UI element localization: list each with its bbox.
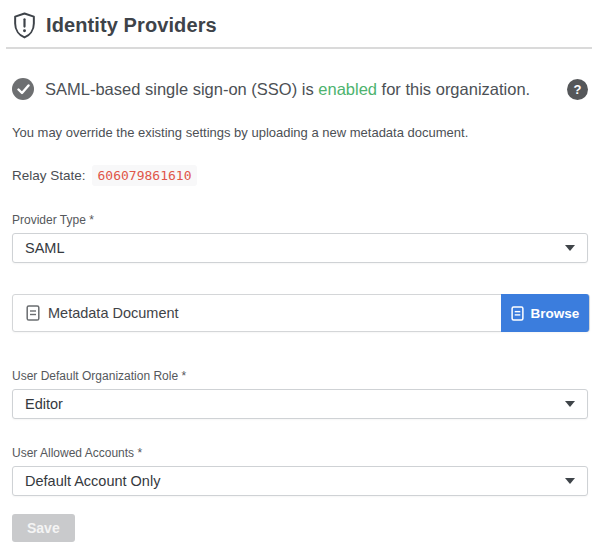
status-enabled-highlight: enabled (318, 80, 377, 98)
allowed-accounts-select[interactable]: Default Account Only (12, 466, 588, 496)
chevron-down-icon (565, 401, 575, 407)
document-icon (511, 306, 524, 321)
default-org-role-value: Editor (25, 396, 63, 412)
default-org-role-label: User Default Organization Role * (12, 369, 588, 383)
browse-button-label: Browse (531, 306, 580, 321)
chevron-down-icon (565, 245, 575, 251)
relay-state-value: 606079861610 (92, 165, 198, 186)
default-org-role-select[interactable]: Editor (12, 389, 588, 419)
shield-exclamation-icon (12, 12, 37, 39)
provider-type-label: Provider Type * (12, 213, 588, 227)
provider-type-value: SAML (25, 240, 65, 256)
metadata-document-file-input[interactable]: Metadata Document Browse (12, 294, 590, 332)
page-header: Identity Providers (12, 10, 588, 39)
status-text-after: for this organization. (377, 80, 530, 98)
browse-button[interactable]: Browse (501, 294, 589, 332)
metadata-document-placeholder: Metadata Document (48, 305, 179, 321)
allowed-accounts-value: Default Account Only (25, 473, 160, 489)
status-text-before: SAML-based single sign-on (SSO) is (45, 80, 318, 98)
sso-status-text: SAML-based single sign-on (SSO) is enabl… (45, 80, 530, 99)
header-divider (6, 47, 592, 49)
sso-status-row: SAML-based single sign-on (SSO) is enabl… (12, 78, 588, 100)
provider-type-select[interactable]: SAML (12, 233, 588, 263)
help-icon[interactable]: ? (567, 79, 588, 100)
identity-providers-page: Identity Providers SAML-based single sig… (0, 0, 600, 542)
check-circle-icon (12, 78, 34, 100)
document-icon (26, 305, 40, 321)
override-description: You may override the existing settings b… (12, 125, 588, 140)
metadata-document-placeholder-wrap: Metadata Document (13, 305, 179, 321)
relay-state-row: Relay State: 606079861610 (12, 165, 588, 186)
relay-state-label: Relay State: (12, 168, 86, 183)
page-title: Identity Providers (46, 14, 217, 37)
save-button[interactable]: Save (12, 514, 75, 542)
allowed-accounts-label: User Allowed Accounts * (12, 446, 588, 460)
chevron-down-icon (565, 478, 575, 484)
